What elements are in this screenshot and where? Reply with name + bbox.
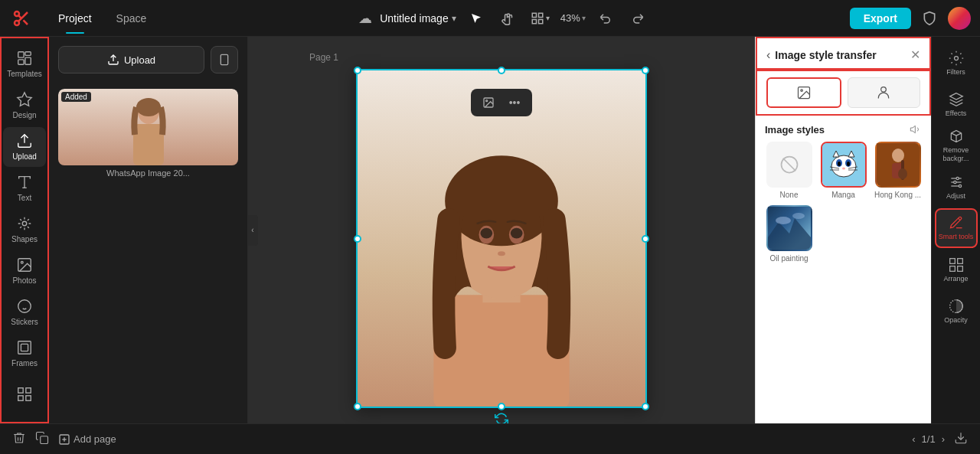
rt-adjust[interactable]: Adjust bbox=[935, 167, 978, 207]
sidebar-label-templates: Templates bbox=[7, 70, 42, 78]
rt-arrange[interactable]: Arrange bbox=[935, 250, 978, 289]
ist-close-button[interactable]: ✕ bbox=[910, 47, 920, 62]
undo-btn[interactable] bbox=[593, 6, 618, 31]
sidebar-item-stickers[interactable]: Stickers bbox=[3, 292, 46, 332]
image-style-transfer-panel: ‹ Image style transfer ✕ Image styles bbox=[755, 37, 931, 423]
svg-rect-7 bbox=[532, 19, 536, 23]
style-item-none[interactable]: None bbox=[765, 142, 813, 199]
zoom-dropdown-icon: ▾ bbox=[582, 14, 586, 22]
sidebar-item-more[interactable] bbox=[3, 374, 46, 414]
ist-back-button[interactable]: ‹ bbox=[766, 48, 770, 62]
svg-point-37 bbox=[445, 155, 558, 246]
svg-point-19 bbox=[18, 300, 31, 313]
topbar: Project Space ☁ Untitled image ▾ ▾ 43% ▾ bbox=[0, 0, 980, 37]
sidebar-item-frames[interactable]: Frames bbox=[3, 333, 46, 373]
cursor-tool-btn[interactable] bbox=[464, 6, 488, 31]
sidebar-label-text: Text bbox=[18, 194, 31, 202]
svg-rect-10 bbox=[25, 52, 31, 56]
ist-title: Image style transfer bbox=[775, 49, 876, 61]
export-button[interactable]: Export bbox=[850, 8, 911, 29]
floating-toolbar: ••• bbox=[471, 89, 532, 116]
rt-opacity[interactable]: Opacity bbox=[935, 291, 978, 331]
upload-item-label: WhatsApp Image 20... bbox=[58, 168, 238, 178]
page-indicator: 1/1 bbox=[922, 433, 936, 445]
mobile-view-btn[interactable] bbox=[211, 46, 238, 73]
title-dropdown-icon[interactable]: ▾ bbox=[452, 13, 456, 24]
svg-rect-25 bbox=[26, 396, 31, 400]
svg-rect-12 bbox=[18, 60, 24, 64]
sidebar-item-photos[interactable]: Photos bbox=[3, 250, 46, 290]
sidebar-label-stickers: Stickers bbox=[11, 318, 38, 326]
ist-tabs bbox=[756, 70, 931, 116]
prev-page-btn[interactable]: ‹ bbox=[912, 433, 915, 445]
svg-rect-5 bbox=[532, 13, 536, 17]
rt-filters-label: Filters bbox=[946, 68, 965, 76]
sidebar-item-text[interactable]: Text bbox=[3, 168, 46, 208]
ist-section-header: Image styles bbox=[765, 123, 922, 136]
panel-content: Added WhatsApp Image 20... bbox=[49, 83, 247, 423]
ist-styles-section: Image styles None bbox=[756, 116, 931, 270]
svg-point-68 bbox=[776, 217, 791, 224]
rt-opacity-label: Opacity bbox=[944, 316, 968, 324]
style-item-hk[interactable]: Hong Kong ... bbox=[874, 142, 922, 199]
cloud-icon: ☁ bbox=[358, 10, 372, 27]
sidebar-item-design[interactable]: Design bbox=[3, 86, 46, 126]
tab-space[interactable]: Space bbox=[104, 9, 159, 28]
svg-point-33 bbox=[486, 100, 488, 102]
svg-marker-46 bbox=[910, 126, 915, 132]
ist-tab-person[interactable] bbox=[848, 77, 921, 108]
style-item-manga[interactable]: Manga bbox=[819, 142, 867, 199]
save-icon[interactable] bbox=[954, 431, 968, 448]
added-badge: Added bbox=[61, 92, 91, 102]
add-page-btn[interactable]: Add page bbox=[58, 433, 116, 446]
svg-rect-81 bbox=[957, 258, 962, 263]
sidebar-label-shapes: Shapes bbox=[11, 235, 38, 243]
panel-collapse-btn[interactable]: ‹ bbox=[247, 215, 258, 246]
delete-icon[interactable] bbox=[12, 431, 26, 448]
copy-icon[interactable] bbox=[35, 431, 49, 448]
style-item-oil[interactable]: Oil painting bbox=[765, 205, 813, 263]
layout-dropdown[interactable]: ▾ bbox=[546, 14, 550, 22]
rt-smart-tools[interactable]: Smart tools bbox=[935, 208, 978, 248]
sidebar-item-templates[interactable]: Templates bbox=[3, 44, 46, 84]
tab-project[interactable]: Project bbox=[46, 9, 104, 28]
user-avatar[interactable] bbox=[948, 7, 971, 30]
svg-rect-27 bbox=[220, 54, 227, 64]
upload-item-0[interactable]: Added WhatsApp Image 20... bbox=[58, 89, 238, 178]
style-label-oil: Oil painting bbox=[769, 254, 808, 263]
sidebar-label-photos: Photos bbox=[12, 276, 36, 285]
sidebar-item-shapes[interactable]: Shapes bbox=[3, 210, 46, 250]
layout-tool-btn[interactable]: ▾ bbox=[528, 6, 553, 31]
rt-remove-bg-label: Remove backgr... bbox=[935, 146, 978, 163]
rotate-handle[interactable] bbox=[494, 411, 509, 423]
app-logo[interactable] bbox=[9, 6, 34, 31]
svg-point-41 bbox=[511, 228, 523, 239]
svg-rect-83 bbox=[957, 266, 962, 271]
more-options-btn[interactable]: ••• bbox=[503, 92, 526, 113]
page-label: Page 1 bbox=[309, 52, 338, 63]
ist-section-title: Image styles bbox=[765, 124, 825, 136]
style-label-none: None bbox=[780, 191, 799, 199]
svg-point-1 bbox=[15, 21, 19, 25]
next-page-btn[interactable]: › bbox=[942, 433, 945, 445]
document-title: Untitled image bbox=[380, 12, 449, 24]
redo-btn[interactable] bbox=[626, 6, 650, 31]
canvas-image[interactable] bbox=[356, 69, 647, 408]
zoom-control[interactable]: 43% ▾ bbox=[560, 12, 586, 24]
ist-tab-image[interactable] bbox=[766, 77, 841, 108]
hand-tool-btn[interactable] bbox=[496, 6, 521, 31]
rt-remove-bg[interactable]: Remove backgr... bbox=[935, 126, 978, 165]
rt-filters[interactable]: Filters bbox=[935, 43, 978, 83]
upload-button[interactable]: Upload bbox=[58, 46, 204, 73]
svg-rect-85 bbox=[41, 436, 48, 443]
rt-effects[interactable]: Effects bbox=[935, 84, 978, 124]
right-tools: Filters Effects Remove backgr... Adjust … bbox=[931, 37, 980, 423]
svg-line-48 bbox=[782, 158, 795, 171]
svg-point-73 bbox=[956, 177, 959, 179]
rt-arrange-label: Arrange bbox=[943, 275, 968, 283]
svg-point-45 bbox=[881, 87, 887, 93]
sidebar-item-upload[interactable]: Upload bbox=[3, 127, 46, 167]
image-replace-btn[interactable] bbox=[477, 92, 500, 113]
panel-header: Upload bbox=[49, 37, 247, 83]
shield-icon[interactable] bbox=[917, 6, 942, 31]
